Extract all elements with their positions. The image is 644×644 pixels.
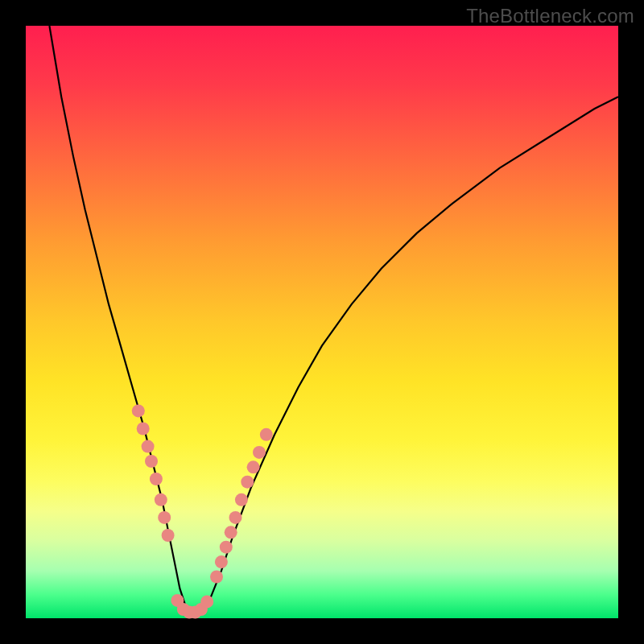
chart-marker [145, 455, 158, 468]
chart-marker [235, 493, 248, 506]
chart-marker [241, 476, 254, 489]
chart-marker [253, 446, 266, 459]
watermark-text: TheBottleneck.com [466, 5, 634, 27]
chart-marker [142, 440, 155, 453]
chart-marker [225, 526, 237, 539]
chart-marker [247, 460, 260, 473]
bottleneck-curve [49, 26, 618, 613]
chart-marker [220, 541, 233, 554]
chart-marker [162, 529, 175, 542]
chart-marker [260, 428, 273, 441]
marker-group [132, 404, 273, 618]
chart-marker [158, 511, 171, 524]
chart-marker [200, 595, 213, 608]
chart-marker [132, 404, 145, 417]
chart-marker [229, 511, 242, 524]
chart-frame: TheBottleneck.com [0, 0, 644, 644]
chart-plot-area [26, 26, 618, 618]
chart-marker [150, 473, 163, 485]
chart-marker [210, 571, 223, 584]
chart-marker [155, 493, 167, 506]
chart-marker [137, 423, 150, 436]
chart-marker [215, 555, 228, 568]
chart-svg [26, 26, 618, 618]
